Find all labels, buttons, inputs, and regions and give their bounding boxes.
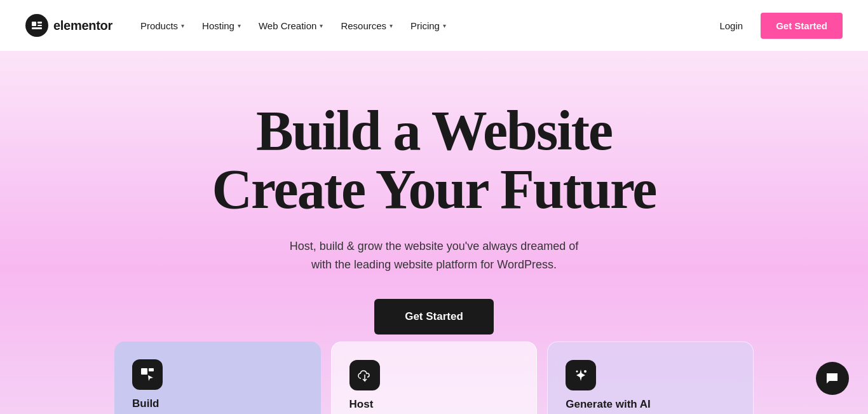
chevron-down-icon: ▾ [443, 22, 446, 29]
hero-cta-button[interactable]: Get Started [374, 299, 494, 335]
card-ai[interactable]: Generate with AI [547, 342, 754, 414]
hero-subtitle-line2: with the leading website platform for Wo… [311, 258, 557, 271]
cursor-icon [132, 359, 163, 390]
card-build-label: Build [132, 397, 159, 410]
nav-label-hosting: Hosting [202, 20, 234, 31]
svg-rect-6 [149, 368, 154, 371]
nav-item-pricing[interactable]: Pricing ▾ [403, 15, 454, 36]
logo-icon [25, 14, 48, 37]
chat-widget[interactable] [816, 362, 849, 395]
nav-label-products: Products [140, 20, 178, 31]
chevron-down-icon: ▾ [238, 22, 241, 29]
card-ai-label: Generate with AI [566, 398, 651, 411]
hero-title-line1: Build a Website [256, 100, 612, 162]
svg-rect-2 [37, 25, 42, 26]
logo-text: elementor [53, 18, 112, 33]
card-build[interactable]: Build [114, 342, 321, 414]
hero-subtitle: Host, build & grow the website you've al… [290, 237, 579, 274]
navbar-right: Login Get Started [712, 13, 843, 39]
svg-point-7 [584, 370, 587, 373]
svg-rect-1 [37, 22, 42, 24]
svg-rect-3 [32, 27, 42, 29]
nav-item-web-creation[interactable]: Web Creation ▾ [251, 15, 330, 36]
svg-rect-4 [141, 368, 147, 375]
chevron-down-icon: ▾ [320, 22, 323, 29]
nav-item-resources[interactable]: Resources ▾ [333, 15, 400, 36]
nav-item-hosting[interactable]: Hosting ▾ [194, 15, 248, 36]
svg-marker-5 [148, 375, 153, 381]
svg-point-8 [576, 371, 578, 373]
login-button[interactable]: Login [712, 15, 750, 36]
navbar: elementor Products ▾ Hosting ▾ Web Creat… [0, 0, 868, 51]
navbar-left: elementor Products ▾ Hosting ▾ Web Creat… [25, 14, 454, 37]
nav-item-products[interactable]: Products ▾ [133, 15, 192, 36]
logo[interactable]: elementor [25, 14, 112, 37]
cloud-icon [349, 360, 380, 390]
hero-subtitle-line1: Host, build & grow the website you've al… [290, 240, 579, 252]
nav-menu: Products ▾ Hosting ▾ Web Creation ▾ Reso… [133, 15, 454, 36]
cards-section: Build Host Generate with AI [0, 342, 868, 414]
stars-icon [566, 360, 596, 390]
hero-section: Build a Website Create Your Future Host,… [0, 51, 868, 414]
card-host-label: Host [349, 398, 374, 411]
svg-rect-0 [32, 22, 36, 26]
chat-icon [825, 371, 840, 386]
nav-label-web-creation: Web Creation [259, 20, 316, 31]
chevron-down-icon: ▾ [390, 22, 393, 29]
nav-label-resources: Resources [341, 20, 386, 31]
nav-label-pricing: Pricing [410, 20, 440, 31]
hero-title: Build a Website Create Your Future [212, 102, 656, 219]
chevron-down-icon: ▾ [181, 22, 184, 29]
hero-title-line2: Create Your Future [212, 158, 656, 220]
card-host[interactable]: Host [331, 342, 538, 414]
get-started-nav-button[interactable]: Get Started [761, 13, 843, 39]
